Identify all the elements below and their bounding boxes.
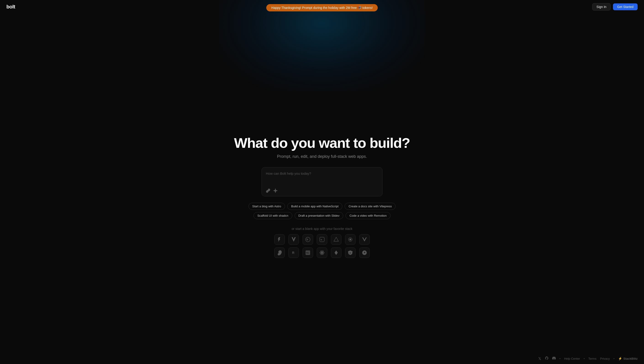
lightning-icon: [618, 357, 622, 360]
chip-vitepress[interactable]: Create a docs site with Vitepress: [345, 203, 395, 210]
attach-icon[interactable]: [266, 188, 270, 193]
stack-label: or start a blank app with your favorite …: [292, 227, 352, 230]
next-stack-icon[interactable]: N: [303, 234, 313, 245]
enhance-icon[interactable]: [273, 188, 278, 193]
signin-button[interactable]: Sign In: [592, 3, 611, 10]
solid-stack-icon[interactable]: [345, 234, 356, 245]
github-icon[interactable]: [545, 356, 549, 361]
react-stack-icon[interactable]: [317, 248, 327, 258]
chip-slidev[interactable]: Draft a presentation with Slidev: [295, 212, 343, 219]
remix-stack-icon[interactable]: [331, 234, 341, 245]
footer-dot-1: •: [559, 357, 561, 360]
vite-stack-icon[interactable]: [288, 234, 299, 245]
svg-point-6: [349, 238, 351, 240]
hero-title: What do you want to build?: [234, 135, 410, 151]
stackblitz-brand: StackBlitz: [618, 357, 637, 360]
chips-row-2: Scaffold UI with shadcn Draft a presenta…: [254, 212, 390, 219]
privacy-link[interactable]: Privacy: [600, 357, 610, 360]
prompt-box: [262, 167, 382, 196]
remix2-stack-icon[interactable]: R: [288, 248, 299, 258]
footer: 𝕏 • Help Center • Terms Privacy • StackB…: [0, 353, 644, 364]
chip-astro-blog[interactable]: Start a blog with Astro: [249, 203, 285, 210]
prompt-input[interactable]: [266, 172, 378, 185]
nav-actions: Sign In Get Started: [592, 3, 637, 10]
svg-text:TS: TS: [306, 252, 309, 254]
chip-nativescript[interactable]: Build a mobile app with NativeScript: [287, 203, 342, 210]
main-content: What do you want to build? Prompt, run, …: [0, 12, 644, 364]
astro-stack-icon[interactable]: [274, 234, 285, 245]
svg-marker-4: [334, 237, 338, 241]
qwik-stack-icon[interactable]: [359, 248, 370, 258]
app-logo: bolt: [7, 4, 15, 10]
footer-dot-2: •: [584, 357, 585, 360]
hero-subtitle: Prompt, run, edit, and deploy full-stack…: [277, 154, 367, 159]
prompt-icons: [266, 188, 378, 193]
svg-text:R: R: [292, 251, 294, 254]
stack-icons-row-2: R TS A: [274, 248, 370, 258]
twitter-icon[interactable]: 𝕏: [538, 356, 541, 361]
vue-stack-icon[interactable]: [359, 234, 370, 245]
chip-shadcn[interactable]: Scaffold UI with shadcn: [254, 212, 292, 219]
gatsby-stack-icon[interactable]: [331, 248, 341, 258]
footer-dot-3: •: [613, 357, 614, 360]
svg-text:A: A: [349, 252, 351, 254]
svelte-stack-icon[interactable]: [274, 248, 285, 258]
discord-icon[interactable]: [552, 356, 556, 361]
ts-stack-icon[interactable]: TS: [303, 248, 313, 258]
terms-link[interactable]: Terms: [588, 357, 596, 360]
svg-text:N: N: [321, 238, 322, 241]
getstarted-button[interactable]: Get Started: [613, 4, 637, 10]
svg-text:N: N: [306, 238, 308, 241]
help-center-link[interactable]: Help Center: [564, 357, 580, 360]
svg-point-13: [322, 252, 322, 253]
svg-marker-14: [335, 250, 338, 255]
chip-remotion[interactable]: Code a video with Remotion: [345, 212, 390, 219]
navbar: bolt Sign In Get Started: [0, 0, 644, 14]
stackblitz-label: StackBlitz: [623, 357, 637, 360]
angular-stack-icon[interactable]: A: [345, 248, 356, 258]
stack-icons-row-1: N N: [274, 234, 370, 245]
chips-row-1: Start a blog with Astro Build a mobile a…: [249, 203, 396, 210]
nuxt-stack-icon[interactable]: N: [317, 234, 327, 245]
